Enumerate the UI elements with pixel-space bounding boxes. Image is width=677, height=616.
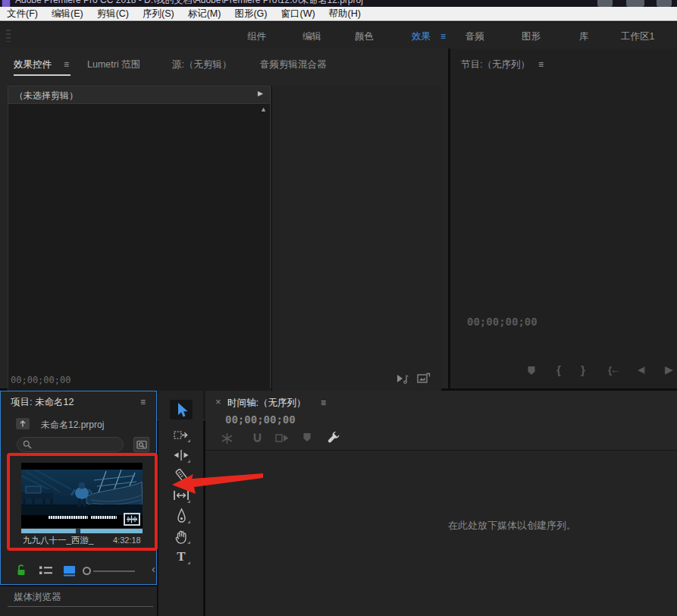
project-panel-menu-icon[interactable]: ≡ — [140, 397, 145, 407]
tools-panel: T — [158, 391, 203, 616]
step-back-icon[interactable]: ◀| — [638, 365, 644, 375]
tab-lumetri-scopes[interactable]: Lumetri 范围 — [87, 58, 140, 71]
menu-markers[interactable]: 标记(M) — [181, 8, 228, 20]
effect-controls-timeline-area — [271, 86, 441, 420]
selection-tool-icon[interactable] — [170, 400, 193, 420]
window-title-bar: Adobe Premiere Pro CC 2018 - D:\我的文档\Ado… — [0, 0, 677, 7]
project-root-folder-icon[interactable] — [16, 418, 30, 429]
scroll-up-icon[interactable]: ▲ — [260, 105, 267, 113]
play-icon[interactable]: ▶ — [665, 363, 673, 376]
clip-selector-header[interactable]: （未选择剪辑） ▶ — [8, 86, 271, 104]
export-frame-icon[interactable] — [417, 372, 431, 384]
workspace-tab-color[interactable]: 颜色 — [355, 30, 374, 43]
media-browser-panel: 媒体浏览器 — [0, 586, 157, 616]
search-bin-icon[interactable] — [133, 437, 149, 452]
program-timecode[interactable]: 00;00;00;00 — [467, 316, 538, 328]
tab-timeline[interactable]: 时间轴:（无序列） — [227, 397, 306, 410]
program-transport-controls: { } {← ◀| ▶ — [450, 363, 677, 382]
active-tab-underline — [14, 74, 71, 76]
effect-controls-list-area: ▲ — [8, 104, 271, 420]
menu-file[interactable]: 文件(F) — [0, 8, 45, 20]
timeline-drop-zone[interactable]: 在此处放下媒体以创建序列。 — [205, 450, 677, 616]
zoom-slider-track[interactable] — [93, 570, 135, 572]
tool-flyout-indicator — [187, 439, 190, 442]
list-view-icon[interactable] — [39, 565, 53, 576]
tab-audio-clip-mixer[interactable]: 音频剪辑混合器 — [260, 58, 327, 71]
settings-wrench-icon[interactable] — [327, 430, 341, 445]
menu-sequence[interactable]: 序列(S) — [136, 8, 181, 20]
workspace-tab-effects[interactable]: 效果 — [412, 30, 431, 43]
effect-controls-timecode[interactable]: 00;00;00;00 — [11, 375, 71, 385]
workspace-tab-libraries[interactable]: 库 — [579, 30, 589, 43]
type-tool-glyph: T — [177, 549, 185, 564]
mark-out-icon[interactable]: } — [581, 363, 585, 376]
program-panel-menu-icon[interactable]: ≡ — [538, 59, 543, 70]
effect-controls-panel-group: 效果控件 ≡ Lumetri 范围 源:（无剪辑） 音频剪辑混合器 （未选择剪辑… — [0, 49, 448, 388]
project-search-box[interactable] — [17, 437, 124, 452]
premiere-app-window: Adobe Premiere Pro CC 2018 - D:\我的文档\Ado… — [0, 0, 677, 616]
workspace-tab-graphics[interactable]: 图形 — [522, 30, 541, 43]
window-title: Adobe Premiere Pro CC 2018 - D:\我的文档\Ado… — [15, 0, 363, 7]
tab-effect-controls[interactable]: 效果控件 — [14, 58, 52, 71]
effect-controls-panel-menu-icon[interactable]: ≡ — [64, 59, 68, 70]
media-browser-underline — [8, 606, 153, 607]
zoom-slider-knob[interactable] — [83, 567, 91, 575]
clip-selector-arrow-icon[interactable]: ▶ — [258, 90, 263, 97]
play-audio-icon[interactable] — [396, 373, 409, 384]
hand-icon[interactable] — [170, 526, 193, 546]
window-button-sliver — [657, 0, 672, 7]
workspace-menu-icon[interactable]: ≡ — [440, 31, 445, 42]
panel-grip — [6, 30, 11, 42]
menu-edit[interactable]: 编辑(E) — [45, 8, 90, 20]
linked-selection-icon[interactable] — [275, 432, 290, 444]
tab-source-monitor[interactable]: 源:（无剪辑） — [172, 58, 231, 71]
workspace-tab-audio[interactable]: 音频 — [465, 30, 484, 43]
window-button-sliver — [626, 0, 644, 7]
clip-selector-label: （未选择剪辑） — [14, 90, 78, 102]
timeline-panel: × 时间轴:（无序列） ≡ 00;00;00;00 在此处放下媒体以创建序列。 — [205, 391, 677, 616]
go-to-in-icon[interactable]: {← — [608, 364, 619, 376]
menu-clip[interactable]: 剪辑(C) — [90, 8, 136, 20]
timeline-timecode[interactable]: 00;00;00;00 — [225, 413, 296, 426]
pen-icon[interactable] — [170, 506, 193, 526]
mark-in-icon[interactable]: { — [556, 363, 561, 376]
tab-media-browser[interactable]: 媒体浏览器 — [14, 591, 61, 604]
insert-overwrite-icon[interactable] — [221, 432, 234, 445]
search-input[interactable] — [36, 439, 114, 450]
workspace-tab-editing[interactable]: 编辑 — [302, 30, 321, 43]
close-icon[interactable]: × — [215, 396, 221, 407]
add-marker-icon[interactable] — [527, 366, 536, 376]
tool-flyout-indicator — [187, 561, 190, 564]
project-panel-title[interactable]: 项目: 未命名12 — [11, 396, 74, 409]
menu-bar: 文件(F) 编辑(E) 剪辑(C) 序列(S) 标记(M) 图形(G) 窗口(W… — [0, 7, 677, 21]
track-select-forward-icon[interactable] — [170, 425, 193, 445]
workspace-tab-workspace1[interactable]: 工作区1 — [621, 30, 654, 43]
search-icon — [23, 440, 32, 449]
premiere-app-icon — [2, 0, 11, 7]
add-marker-icon[interactable] — [302, 432, 312, 442]
tool-flyout-indicator — [187, 541, 190, 544]
tab-program-monitor[interactable]: 节目:（无序列） — [461, 58, 530, 71]
timeline-drop-hint: 在此处放下媒体以创建序列。 — [448, 519, 576, 533]
snap-icon[interactable] — [251, 432, 264, 445]
menu-window[interactable]: 窗口(W) — [274, 8, 321, 20]
overflow-chevron-icon[interactable]: ‹ — [152, 563, 155, 575]
program-monitor-panel: 节目:（无序列） ≡ 00;00;00;00 { } {← ◀| ▶ — [450, 49, 677, 388]
type-icon[interactable]: T — [170, 547, 193, 567]
menu-help[interactable]: 帮助(H) — [322, 8, 368, 20]
annotation-red-box — [7, 453, 158, 551]
workspace-bar: 组件 编辑 颜色 效果 ≡ 音频 图形 库 工作区1 — [0, 22, 677, 49]
tool-flyout-indicator — [187, 520, 190, 523]
icon-view-icon[interactable] — [63, 565, 76, 577]
annotation-arrow — [159, 463, 273, 501]
workspace-tab-assembly[interactable]: 组件 — [247, 30, 266, 43]
project-writable-icon[interactable] — [16, 564, 27, 576]
project-file-name[interactable]: 未命名12.prproj — [41, 419, 104, 432]
menu-graphics[interactable]: 图形(G) — [227, 8, 274, 20]
timeline-panel-menu-icon[interactable]: ≡ — [321, 398, 325, 408]
window-button-sliver — [597, 0, 613, 7]
